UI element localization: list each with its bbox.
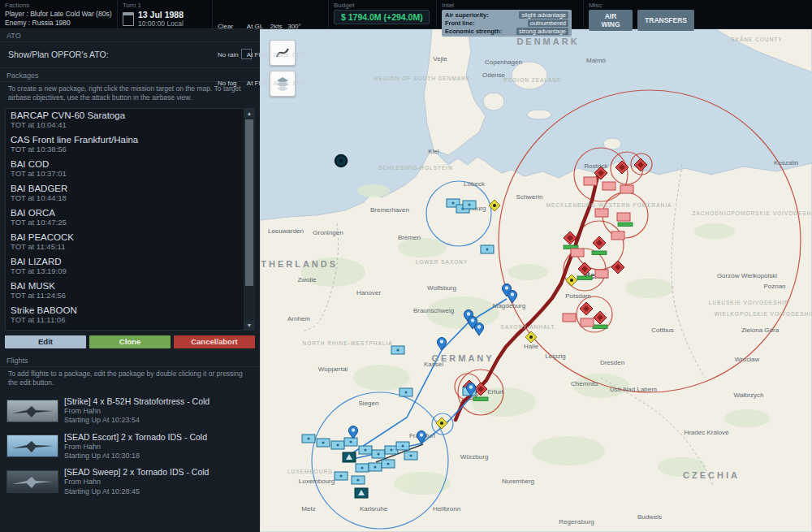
scroll-down-icon[interactable]: ▼ (244, 321, 254, 330)
air-wing-button[interactable]: AIR WING (589, 10, 633, 31)
friendly-unit-marker[interactable] (391, 346, 404, 354)
enemy-unit-marker[interactable] (603, 182, 615, 190)
package-item[interactable]: BAI ORCA TOT at 10:47:25 (6, 206, 244, 231)
clone-button[interactable]: Clone (89, 335, 171, 348)
package-name: BAI MUSK (11, 281, 239, 291)
edit-button[interactable]: Edit (5, 335, 86, 348)
map-label: Regensburg (559, 518, 594, 526)
friendly-unit-marker[interactable] (396, 442, 409, 450)
flight-title: [SEAD Escort] 2 x Tornado IDS - Cold (64, 432, 207, 443)
transfers-button[interactable]: TRANSFERS (637, 10, 694, 31)
map-label: Wuppertal (318, 365, 348, 373)
package-item[interactable]: BAI COD TOT at 10:37:01 (6, 158, 244, 182)
map-label: Wolfsburg (427, 284, 456, 292)
package-item[interactable]: Strike BABOON TOT at 11:11:06 (6, 304, 244, 328)
package-item[interactable]: CAS Front line Frankfurt/Haina TOT at 10… (6, 133, 244, 158)
enemy-unit-marker[interactable] (611, 231, 624, 240)
flights-help-text: To add flights to a package, edit the pa… (0, 367, 260, 393)
enemy-unit-marker[interactable] (595, 270, 608, 278)
map-label: Vejle (433, 55, 447, 63)
friendly-unit-marker[interactable] (352, 476, 365, 484)
package-name: BAI LIZARD (11, 257, 239, 266)
top-bar: Factions Player : Blufor Late Cold War (… (0, 0, 812, 29)
map-label: Zielona Góra (741, 327, 780, 334)
map-label: Halle (524, 343, 539, 350)
package-tot: TOT at 10:44:18 (11, 193, 239, 202)
enemy-unit-marker[interactable] (617, 213, 630, 221)
carrier-marker[interactable] (335, 155, 347, 167)
island-lolland (527, 110, 551, 119)
flight-from: From Hahn (64, 478, 209, 487)
package-item[interactable]: BARCAP CVN-60 Saratoga TOT at 10:04:41 (6, 109, 244, 133)
map-label: Malmö (586, 57, 607, 64)
friendly-unit-marker[interactable] (404, 452, 417, 460)
greenbar-marker[interactable] (473, 397, 488, 401)
map-view[interactable]: DENMARKSKÅNE COUNTYVejleCopenhagenMalmöO… (260, 28, 812, 532)
intel-key-air: Air superiority: (445, 11, 489, 19)
intel-key-econ: Economic strength: (445, 28, 502, 35)
greenbar-marker[interactable] (577, 276, 592, 280)
package-list-scrollbar[interactable]: ▲ ▼ (244, 109, 254, 330)
map-label: LOWER SAXONY (416, 259, 469, 265)
enemy-faction: Enemy : Russia 1980 (5, 19, 110, 28)
flight-item[interactable]: [Strike] 4 x B-52H Stratofortress - Cold… (5, 393, 255, 429)
budget-value[interactable]: $ 1794.0M (+294.0M) (334, 10, 430, 24)
weather-condition: Clear (218, 22, 239, 32)
friendly-unit-marker[interactable] (356, 464, 369, 472)
package-name: BAI COD (11, 159, 239, 169)
scrollbar-thumb[interactable] (245, 119, 253, 286)
package-tot: TOT at 10:37:01 (11, 169, 239, 178)
greenbar-marker[interactable] (618, 223, 633, 227)
friendly-unit-marker[interactable] (331, 441, 344, 449)
friendly-unit-marker[interactable] (344, 438, 357, 446)
greenbar-marker[interactable] (592, 251, 607, 255)
friendly-unit-marker[interactable] (463, 201, 476, 209)
friendly-unit-marker[interactable] (302, 435, 315, 443)
friendly-unit-marker[interactable] (400, 388, 412, 396)
friendly-unit-marker[interactable] (369, 463, 382, 471)
package-item[interactable]: BAI LIZARD TOT at 13:19:09 (6, 255, 244, 279)
map-label: WIELKOPOLSKIE VOIVODESHIP (715, 311, 812, 317)
package-item[interactable]: BAI PEACOCK TOT at 11:45:11 (6, 231, 244, 255)
map-canvas[interactable]: DENMARKSKÅNE COUNTYVejleCopenhagenMalmöO… (260, 28, 812, 532)
package-item[interactable]: BAI BADGER TOT at 10:44:18 (6, 182, 244, 206)
package-tot: TOT at 11:24:56 (11, 291, 239, 300)
flight-start: Starting Up At 10:23:54 (64, 416, 209, 425)
map-label: Ústí Nad Labem (610, 386, 657, 393)
misc-section: Misc AIR WING TRANSFERS (584, 0, 701, 28)
airbase-marker[interactable] (355, 488, 368, 498)
airbase-marker[interactable] (343, 452, 356, 462)
flight-item[interactable]: [SEAD Sweep] 2 x Tornado IDS - Cold From… (5, 464, 255, 500)
greenbar-marker[interactable] (593, 325, 607, 329)
package-item[interactable]: BAI MUSK TOT at 11:24:56 (6, 279, 244, 304)
enemy-unit-marker[interactable] (563, 314, 576, 322)
calendar-icon (123, 12, 134, 26)
friendly-unit-marker[interactable] (372, 450, 385, 458)
flight-item[interactable]: [SEAD Escort] 2 x Tornado IDS - Cold Fro… (5, 429, 255, 465)
enemy-unit-marker[interactable] (571, 249, 584, 257)
cancel-abort-button[interactable]: Cancel/abort (174, 335, 255, 348)
scroll-up-icon[interactable]: ▲ (244, 109, 254, 118)
friendly-unit-marker[interactable] (481, 245, 494, 253)
map-label: Bremerhaven (370, 206, 409, 214)
package-tot: TOT at 10:04:41 (11, 120, 239, 129)
misc-label: Misc (589, 2, 694, 9)
package-list[interactable]: BARCAP CVN-60 Saratoga TOT at 10:04:41 C… (5, 108, 255, 331)
map-label: Luxembourg (299, 478, 335, 485)
friendly-unit-marker[interactable] (317, 439, 330, 447)
aircraft-thumbnail (6, 435, 58, 457)
enemy-unit-marker[interactable] (620, 185, 633, 193)
aircraft-thumbnail (6, 470, 58, 493)
friendly-unit-marker[interactable] (359, 446, 372, 454)
package-tot: TOT at 13:19:09 (11, 266, 239, 275)
enemy-unit-marker[interactable] (595, 209, 608, 217)
enemy-unit-marker[interactable] (581, 318, 594, 327)
map-label: Chemnitz (571, 380, 598, 387)
friendly-unit-marker[interactable] (335, 472, 348, 480)
map-label: REGION ZEALAND (503, 77, 561, 83)
flight-list: [Strike] 4 x B-52H Stratofortress - Cold… (0, 393, 260, 500)
enemy-unit-marker[interactable] (584, 177, 597, 185)
map-label: Bremen (398, 234, 421, 241)
friendly-unit-marker[interactable] (382, 460, 395, 468)
island-funen (483, 93, 504, 110)
